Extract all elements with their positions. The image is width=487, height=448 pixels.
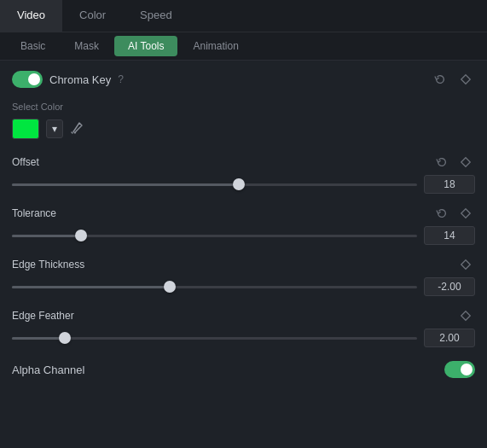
chroma-key-reset-button[interactable]: [431, 72, 449, 87]
help-icon[interactable]: ?: [118, 73, 124, 85]
eyedropper-button[interactable]: [70, 121, 84, 137]
chroma-key-left: Chroma Key ?: [12, 71, 124, 88]
edge-feather-controls: [456, 308, 475, 323]
offset-slider-row: 18: [12, 175, 475, 194]
tolerance-controls: [432, 206, 475, 221]
color-swatch[interactable]: [12, 119, 39, 139]
edge-thickness-controls: [456, 257, 475, 272]
edge-feather-header: Edge Feather: [12, 308, 475, 323]
chroma-key-right: [431, 72, 475, 87]
edge-feather-value[interactable]: 2.00: [424, 329, 475, 347]
alpha-channel-toggle[interactable]: [444, 361, 475, 378]
chroma-key-row: Chroma Key ?: [12, 71, 475, 88]
edge-feather-diamond-button[interactable]: [456, 308, 475, 323]
edge-thickness-label: Edge Thickness: [12, 259, 84, 271]
sub-tabs: Basic Mask AI Tools Animation: [0, 32, 487, 61]
alpha-channel-label: Alpha Channel: [12, 364, 84, 376]
offset-slider-track[interactable]: [12, 176, 417, 193]
edge-feather-slider-track[interactable]: [12, 329, 417, 346]
edge-thickness-value[interactable]: -2.00: [424, 277, 475, 296]
tolerance-slider-track[interactable]: [12, 227, 417, 244]
tab-video[interactable]: Video: [0, 0, 62, 32]
edge-thickness-section: Edge Thickness -2.00: [12, 257, 475, 296]
tolerance-section: Tolerance: [12, 206, 475, 245]
edge-thickness-diamond-button[interactable]: [456, 257, 475, 272]
subtab-mask[interactable]: Mask: [61, 36, 113, 56]
offset-controls: [432, 154, 475, 170]
svg-marker-0: [461, 75, 471, 84]
svg-marker-1: [461, 158, 471, 167]
chevron-down-icon: ▾: [52, 123, 57, 135]
offset-diamond-button[interactable]: [456, 154, 475, 170]
svg-marker-3: [461, 260, 471, 270]
subtab-animation[interactable]: Animation: [179, 36, 252, 56]
color-dropdown-button[interactable]: ▾: [46, 119, 63, 138]
content-area: Chroma Key ? Select Color ▾: [0, 61, 487, 388]
select-color-label: Select Color: [12, 102, 475, 112]
tolerance-value[interactable]: 14: [424, 226, 475, 245]
tolerance-slider-row: 14: [12, 226, 475, 245]
offset-reset-button[interactable]: [432, 154, 451, 170]
chroma-key-diamond-button[interactable]: [456, 72, 475, 87]
tolerance-label: Tolerance: [12, 207, 56, 219]
edge-thickness-slider-row: -2.00: [12, 277, 475, 296]
edge-feather-label: Edge Feather: [12, 310, 74, 322]
svg-marker-4: [461, 311, 471, 321]
tolerance-diamond-button[interactable]: [456, 206, 475, 221]
tolerance-header: Tolerance: [12, 206, 475, 221]
chroma-key-toggle[interactable]: [12, 71, 43, 88]
top-tabs: Video Color Speed: [0, 0, 487, 32]
edge-thickness-header: Edge Thickness: [12, 257, 475, 272]
edge-feather-section: Edge Feather 2.00: [12, 308, 475, 347]
edge-thickness-slider-track[interactable]: [12, 278, 417, 295]
tolerance-reset-button[interactable]: [432, 206, 451, 221]
alpha-channel-row: Alpha Channel: [12, 361, 475, 378]
offset-header: Offset: [12, 154, 475, 170]
chroma-key-label: Chroma Key: [49, 73, 111, 86]
tab-speed[interactable]: Speed: [123, 0, 189, 32]
subtab-ai-tools[interactable]: AI Tools: [114, 36, 177, 56]
edge-feather-slider-row: 2.00: [12, 329, 475, 347]
offset-section: Offset: [12, 154, 475, 194]
svg-marker-2: [461, 209, 471, 218]
color-select-row: ▾: [12, 119, 475, 139]
tab-color[interactable]: Color: [62, 0, 123, 32]
offset-label: Offset: [12, 156, 39, 168]
offset-value[interactable]: 18: [424, 175, 475, 194]
subtab-basic[interactable]: Basic: [7, 36, 59, 56]
